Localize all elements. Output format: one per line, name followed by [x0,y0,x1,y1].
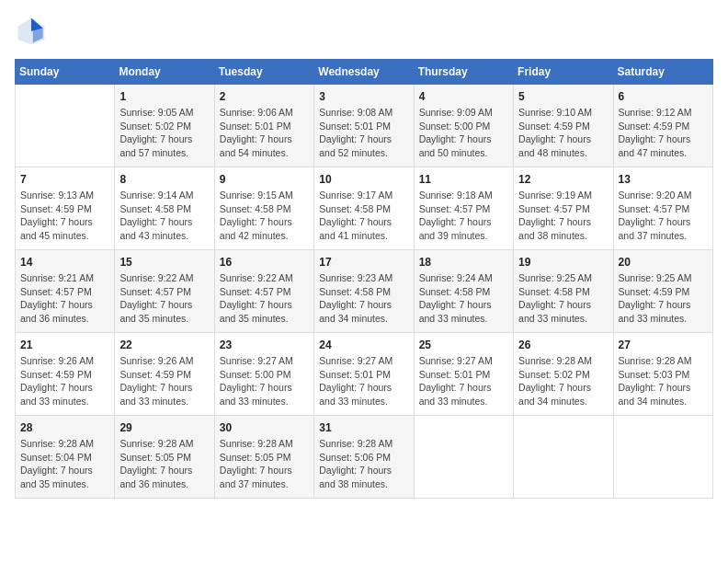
calendar-cell: 23Sunrise: 9:27 AM Sunset: 5:00 PM Dayli… [214,333,313,416]
day-info: Sunrise: 9:09 AM Sunset: 5:00 PM Dayligh… [419,106,508,160]
page-header [15,15,713,48]
day-number: 28 [20,421,109,434]
day-number: 30 [220,421,309,434]
calendar-cell: 19Sunrise: 9:25 AM Sunset: 4:58 PM Dayli… [514,250,613,333]
calendar-cell: 12Sunrise: 9:19 AM Sunset: 4:57 PM Dayli… [514,167,613,250]
day-number: 21 [20,339,109,351]
day-info: Sunrise: 9:25 AM Sunset: 4:59 PM Dayligh… [619,271,708,326]
day-info: Sunrise: 9:18 AM Sunset: 4:57 PM Dayligh… [419,189,508,243]
day-info: Sunrise: 9:24 AM Sunset: 4:58 PM Dayligh… [419,271,508,326]
day-info: Sunrise: 9:27 AM Sunset: 5:01 PM Dayligh… [419,354,508,408]
weekday-header: Monday [115,60,214,85]
calendar-cell: 13Sunrise: 9:20 AM Sunset: 4:57 PM Dayli… [613,167,712,250]
day-number: 24 [319,339,408,351]
day-number: 7 [20,173,109,186]
logo [15,15,53,48]
day-info: Sunrise: 9:26 AM Sunset: 4:59 PM Dayligh… [119,354,209,408]
day-number: 22 [119,339,209,351]
day-number: 19 [518,256,608,269]
day-info: Sunrise: 9:21 AM Sunset: 4:57 PM Dayligh… [20,271,109,326]
day-number: 9 [220,173,309,186]
calendar-cell: 2Sunrise: 9:06 AM Sunset: 5:01 PM Daylig… [214,85,313,167]
day-info: Sunrise: 9:17 AM Sunset: 4:58 PM Dayligh… [319,189,408,243]
day-info: Sunrise: 9:23 AM Sunset: 4:58 PM Dayligh… [319,271,408,326]
calendar-cell: 31Sunrise: 9:28 AM Sunset: 5:06 PM Dayli… [314,416,414,499]
day-number: 14 [20,256,109,269]
calendar-cell: 27Sunrise: 9:28 AM Sunset: 5:03 PM Dayli… [613,333,712,416]
day-number: 27 [619,339,708,351]
calendar-cell: 26Sunrise: 9:28 AM Sunset: 5:02 PM Dayli… [514,333,613,416]
day-number: 11 [419,173,508,186]
weekday-header: Friday [514,60,613,85]
day-info: Sunrise: 9:28 AM Sunset: 5:05 PM Dayligh… [220,437,309,491]
calendar-table: SundayMondayTuesdayWednesdayThursdayFrid… [15,59,713,499]
day-number: 5 [518,90,608,103]
calendar-cell: 22Sunrise: 9:26 AM Sunset: 4:59 PM Dayli… [115,333,214,416]
weekday-header: Saturday [613,60,712,85]
calendar-cell: 11Sunrise: 9:18 AM Sunset: 4:57 PM Dayli… [414,167,513,250]
day-info: Sunrise: 9:05 AM Sunset: 5:02 PM Dayligh… [119,106,209,160]
day-info: Sunrise: 9:28 AM Sunset: 5:02 PM Dayligh… [518,354,608,408]
day-number: 8 [119,173,209,186]
calendar-cell: 29Sunrise: 9:28 AM Sunset: 5:05 PM Dayli… [115,416,214,499]
day-number: 31 [319,421,408,434]
day-number: 15 [119,256,209,269]
calendar-cell: 14Sunrise: 9:21 AM Sunset: 4:57 PM Dayli… [16,250,115,333]
calendar-cell: 25Sunrise: 9:27 AM Sunset: 5:01 PM Dayli… [414,333,513,416]
day-info: Sunrise: 9:13 AM Sunset: 4:59 PM Dayligh… [20,189,109,243]
calendar-cell: 18Sunrise: 9:24 AM Sunset: 4:58 PM Dayli… [414,250,513,333]
calendar-cell: 30Sunrise: 9:28 AM Sunset: 5:05 PM Dayli… [214,416,313,499]
calendar-cell: 17Sunrise: 9:23 AM Sunset: 4:58 PM Dayli… [314,250,414,333]
logo-icon [15,15,48,48]
day-info: Sunrise: 9:25 AM Sunset: 4:58 PM Dayligh… [518,271,608,326]
day-number: 2 [220,90,309,103]
weekday-header: Wednesday [314,60,414,85]
day-info: Sunrise: 9:20 AM Sunset: 4:57 PM Dayligh… [619,189,708,243]
day-number: 29 [119,421,209,434]
calendar-cell: 21Sunrise: 9:26 AM Sunset: 4:59 PM Dayli… [16,333,115,416]
calendar-row: 21Sunrise: 9:26 AM Sunset: 4:59 PM Dayli… [16,333,713,416]
calendar-cell: 15Sunrise: 9:22 AM Sunset: 4:57 PM Dayli… [115,250,214,333]
calendar-row: 1Sunrise: 9:05 AM Sunset: 5:02 PM Daylig… [16,85,713,167]
day-info: Sunrise: 9:28 AM Sunset: 5:06 PM Dayligh… [319,437,408,491]
calendar-cell [16,85,115,167]
day-info: Sunrise: 9:08 AM Sunset: 5:01 PM Dayligh… [319,106,408,160]
calendar-cell: 8Sunrise: 9:14 AM Sunset: 4:58 PM Daylig… [115,167,214,250]
day-info: Sunrise: 9:28 AM Sunset: 5:03 PM Dayligh… [619,354,708,408]
day-number: 18 [419,256,508,269]
day-info: Sunrise: 9:12 AM Sunset: 4:59 PM Dayligh… [619,106,708,160]
calendar-row: 28Sunrise: 9:28 AM Sunset: 5:04 PM Dayli… [16,416,713,499]
day-number: 12 [518,173,608,186]
day-info: Sunrise: 9:27 AM Sunset: 5:00 PM Dayligh… [220,354,309,408]
calendar-row: 7Sunrise: 9:13 AM Sunset: 4:59 PM Daylig… [16,167,713,250]
calendar-cell: 1Sunrise: 9:05 AM Sunset: 5:02 PM Daylig… [115,85,214,167]
calendar-cell: 10Sunrise: 9:17 AM Sunset: 4:58 PM Dayli… [314,167,414,250]
calendar-cell: 28Sunrise: 9:28 AM Sunset: 5:04 PM Dayli… [16,416,115,499]
calendar-cell: 4Sunrise: 9:09 AM Sunset: 5:00 PM Daylig… [414,85,513,167]
day-number: 4 [419,90,508,103]
day-number: 23 [220,339,309,351]
day-info: Sunrise: 9:10 AM Sunset: 4:59 PM Dayligh… [518,106,608,160]
calendar-cell [514,416,613,499]
weekday-header: Tuesday [214,60,313,85]
day-number: 13 [619,173,708,186]
calendar-cell: 16Sunrise: 9:22 AM Sunset: 4:57 PM Dayli… [214,250,313,333]
calendar-cell [613,416,712,499]
calendar-cell: 7Sunrise: 9:13 AM Sunset: 4:59 PM Daylig… [16,167,115,250]
calendar-cell [414,416,513,499]
calendar-cell: 9Sunrise: 9:15 AM Sunset: 4:58 PM Daylig… [214,167,313,250]
day-info: Sunrise: 9:15 AM Sunset: 4:58 PM Dayligh… [220,189,309,243]
day-number: 17 [319,256,408,269]
day-info: Sunrise: 9:22 AM Sunset: 4:57 PM Dayligh… [119,271,209,326]
calendar-row: 14Sunrise: 9:21 AM Sunset: 4:57 PM Dayli… [16,250,713,333]
calendar-header: SundayMondayTuesdayWednesdayThursdayFrid… [16,60,713,85]
calendar-cell: 6Sunrise: 9:12 AM Sunset: 4:59 PM Daylig… [613,85,712,167]
day-number: 1 [119,90,209,103]
day-info: Sunrise: 9:26 AM Sunset: 4:59 PM Dayligh… [20,354,109,408]
day-info: Sunrise: 9:27 AM Sunset: 5:01 PM Dayligh… [319,354,408,408]
day-number: 6 [619,90,708,103]
calendar-cell: 24Sunrise: 9:27 AM Sunset: 5:01 PM Dayli… [314,333,414,416]
day-info: Sunrise: 9:06 AM Sunset: 5:01 PM Dayligh… [220,106,309,160]
day-info: Sunrise: 9:28 AM Sunset: 5:05 PM Dayligh… [119,437,209,491]
day-number: 10 [319,173,408,186]
